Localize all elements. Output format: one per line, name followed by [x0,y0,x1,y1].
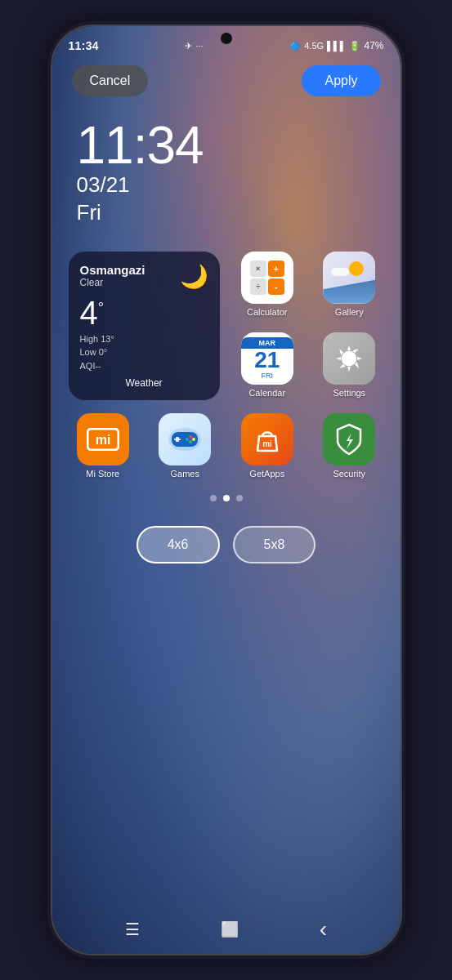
calendar-day-name: FRI [262,372,274,380]
calculator-label: Calculator [247,307,288,317]
network-icon: 4.5G [304,41,324,51]
calculator-icon: × + ÷ - [241,252,293,304]
weather-temp: 4° [80,296,208,329]
page-dot-1[interactable] [210,495,217,501]
camera-notch [221,33,232,44]
weather-widget[interactable]: Osmangazi Clear 🌙 4° High 13° Low 0° AQI… [69,252,220,401]
games-app[interactable]: Games [150,413,220,479]
gallery-app[interactable]: Gallery [315,252,384,319]
getapps-app[interactable]: mi GetApps [233,413,302,479]
weather-condition: Clear [80,277,145,288]
page-dot-3[interactable] [236,495,243,501]
page-dots [52,479,401,510]
gallery-label: Gallery [335,307,364,317]
status-time: 11:34 [69,39,99,52]
cancel-button[interactable]: Cancel [72,65,149,96]
battery-text: 47% [364,40,383,51]
calendar-label: Calendar [248,388,285,398]
menu-button[interactable]: ☰ [125,920,140,939]
svg-point-11 [186,438,189,441]
settings-icon [323,332,375,385]
security-label: Security [333,469,365,479]
mistore-icon: mi [77,413,129,466]
mistore-app[interactable]: mi Mi Store [69,413,138,479]
phone-frame: 11:34 ✈ ··· 🔷 4.5G ▌▌▌ 🔋 47% Cancel Appl… [51,24,402,956]
security-icon [323,413,375,466]
gallery-cloud [331,268,349,276]
svg-rect-7 [174,439,181,440]
status-right-icons: 🔷 4.5G ▌▌▌ 🔋 47% [289,40,383,51]
gear-svg [333,342,365,375]
calculator-app[interactable]: × + ÷ - Calculator [233,252,302,319]
grid-selector: 4x6 5x8 [52,510,401,580]
screen: 11:34 ✈ ··· 🔷 4.5G ▌▌▌ 🔋 47% Cancel Appl… [52,26,401,954]
svg-point-8 [189,435,192,439]
calendar-date-number: 21 [254,349,280,372]
home-button[interactable]: ⬜ [221,920,239,938]
weather-moon-icon: 🌙 [180,263,208,290]
weather-top: Osmangazi Clear 🌙 [80,263,208,292]
weather-city: Osmangazi [80,263,145,277]
gallery-sun [349,261,364,276]
bluetooth-icon: 🔷 [289,41,301,51]
settings-app[interactable]: Settings [315,332,384,400]
games-icon [159,413,211,466]
back-button[interactable]: ‹ [320,916,327,942]
svg-point-9 [192,438,195,441]
top-buttons: Cancel Apply [52,59,401,103]
clock-date: 03/21 [77,172,376,199]
games-label: Games [171,469,199,479]
more-icon: ··· [195,41,203,51]
calendar-icon: MAR 21 FRI [241,332,293,385]
svg-text:mi: mi [95,433,110,447]
grid-5x8-button[interactable]: 5x8 [233,526,316,564]
page-dot-2[interactable] [223,495,230,501]
calendar-app[interactable]: MAR 21 FRI Calendar [233,332,302,400]
clock-time: 11:34 [77,119,376,172]
weather-details: High 13° Low 0° AQI-- [80,332,208,373]
app-grid: Osmangazi Clear 🌙 4° High 13° Low 0° AQI… [52,235,401,479]
clock-area: 11:34 03/21 Fri [52,103,401,235]
clock-day: Fri [77,199,376,227]
grid-4x6-button[interactable]: 4x6 [136,526,220,564]
signal-icon: ▌▌▌ [327,41,346,51]
gallery-icon [323,252,375,304]
status-center-icons: ✈ ··· [185,41,203,51]
mistore-label: Mi Store [86,469,119,479]
settings-label: Settings [333,388,365,398]
weather-info: Osmangazi Clear [80,263,145,292]
svg-point-10 [189,440,192,443]
weather-label: Weather [80,377,208,389]
apply-button[interactable]: Apply [302,65,380,96]
getapps-label: GetApps [249,469,284,479]
getapps-icon: mi [241,413,293,466]
battery-icon: 🔋 [349,41,360,51]
telegram-icon: ✈ [185,41,192,51]
security-app[interactable]: Security [315,413,384,479]
nav-bar: ☰ ⬜ ‹ [52,905,401,954]
svg-text:mi: mi [262,439,272,448]
